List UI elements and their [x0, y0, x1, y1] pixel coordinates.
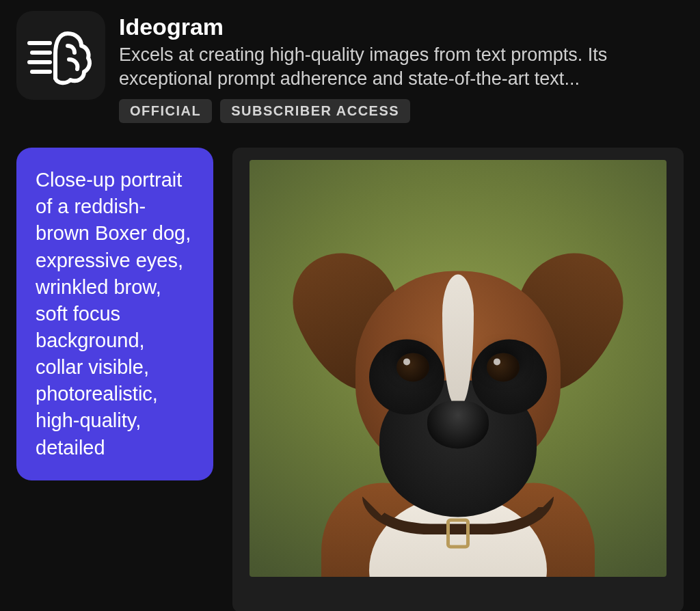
badge-official: OFFICIAL	[119, 99, 212, 123]
ideogram-brain-icon	[27, 21, 95, 90]
content-row: Close-up portrait of a reddish-brown Box…	[0, 134, 700, 611]
app-logo	[16, 11, 105, 100]
prompt-card[interactable]: Close-up portrait of a reddish-brown Box…	[16, 148, 213, 480]
generated-image[interactable]	[250, 160, 667, 577]
app-title: Ideogram	[119, 14, 684, 40]
image-panel	[232, 148, 684, 611]
badge-row: OFFICIAL SUBSCRIBER ACCESS	[119, 99, 684, 123]
badge-subscriber-access: SUBSCRIBER ACCESS	[220, 99, 410, 123]
app-header: Ideogram Excels at creating high-quality…	[0, 0, 700, 134]
header-text-block: Ideogram Excels at creating high-quality…	[119, 11, 684, 123]
dog-illustration	[294, 209, 622, 577]
prompt-text: Close-up portrait of a reddish-brown Box…	[36, 167, 194, 461]
app-description: Excels at creating high-quality images f…	[119, 43, 684, 91]
